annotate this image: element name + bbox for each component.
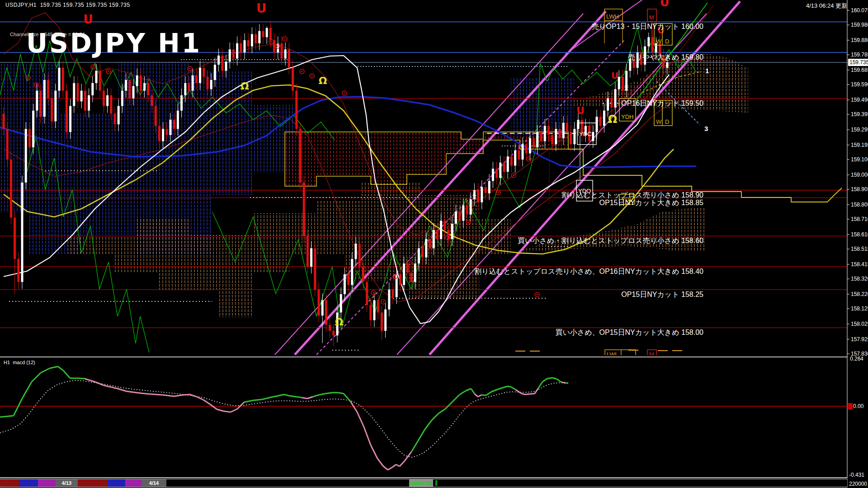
bull-candle [462,206,464,221]
bull-candle [470,199,472,215]
bear-candle [17,259,19,282]
bull-candle [418,248,420,263]
sell-arrow-icon: U [576,105,585,116]
macd-main-line [507,386,511,387]
bull-candle [455,211,457,224]
bear-candle [429,239,431,248]
signal-circle-dot [277,45,278,47]
timeline-segment[interactable] [78,479,108,487]
pivot-cell-label: D [665,38,669,45]
bear-candle [40,91,42,117]
bear-candle [392,290,394,297]
bull-candle [210,80,212,89]
bull-candle [251,34,253,46]
bull-candle [258,31,260,43]
macd-main-line [524,394,530,394]
chart-canvas[interactable]: UUUUUUΩΩΩΩLWHMWDYDHWDYDCYDOYDLLWLM13売りOP… [0,0,868,488]
bear-candle [110,95,112,114]
bull-candle [536,132,538,147]
sell-arrow-icon: U [83,13,93,26]
bull-candle [132,86,135,99]
bull-candle [236,43,238,59]
price-tick-label: 158.125 [851,305,868,312]
macd-main-line [296,397,302,398]
price-tick-label: 159.100 [851,156,868,163]
bear-candle [103,91,105,106]
bull-candle [603,111,605,126]
price-tick-label: 158.610 [851,231,868,238]
bear-candle [485,187,487,193]
bull-candle [214,65,216,80]
bull-candle [488,181,491,193]
bull-candle [73,83,75,106]
bull-candle [88,95,90,111]
macd-min-label: -0.431 [849,472,864,478]
sell-arrow-icon: U [611,70,618,81]
price-tick-label: 160.075 [851,7,868,14]
bear-candle [158,126,160,141]
op-annotation: 売りやや大きめ 159.80 [628,53,703,61]
macd-indicator-label: H1 macd (12) [4,360,35,365]
bear-candle [151,95,153,106]
price-tick-label: 159.000 [851,172,868,178]
bull-candle [647,37,650,46]
bull-candle [143,83,146,91]
timeline-segment[interactable] [166,479,409,487]
price-tick-label: 157.925 [851,336,868,343]
bull-candle [514,150,516,166]
bear-candle [66,91,68,132]
bull-candle [388,290,390,310]
signal-circle-dot [513,174,514,176]
timeline-segment[interactable] [38,479,56,487]
bear-candle [566,123,568,132]
sell-arrow-icon: U [660,0,669,9]
bull-candle [69,106,71,132]
signal-circle-dot [92,66,94,67]
bull-candle [544,126,546,141]
bull-candle [225,61,227,70]
bear-candle [599,117,602,126]
bear-candle [436,230,439,239]
timeline-segment[interactable] [108,479,125,487]
bear-candle [307,236,309,267]
timeline-segment[interactable] [0,479,19,487]
bull-candle [666,62,668,68]
timeline-segment[interactable] [19,479,38,487]
macd-main-line [530,394,535,394]
op-annotation: OP15日NYカット大きめ 158.85 [599,199,704,206]
bull-candle [573,129,576,144]
price-tick-label: 159.685 [851,67,868,73]
signal-circle-dot [467,221,469,223]
bull-candle [384,310,387,331]
bull-candle [32,111,34,147]
price-tick-label: 159.980 [851,22,868,28]
volume-scale-label: 220000 [849,481,867,487]
bull-candle [562,123,565,138]
macd-main-line [253,399,262,400]
bear-candle [262,31,264,38]
bull-candle [177,111,179,129]
bear-candle [518,150,520,160]
bear-candle [221,56,223,71]
bull-candle [54,91,57,122]
signal-circle-dot [108,70,109,72]
timeline-segment[interactable] [125,479,142,487]
bull-candle [451,224,453,239]
bear-candle [525,144,528,153]
pivot-box-label: M [649,14,654,21]
bull-candle [25,129,27,182]
date-label: 4/13 [62,480,71,486]
timeline-segment[interactable] [433,479,847,487]
symbol-ohlc-readout: USDJPY,H1 159.735 159.735 159.735 159.73… [5,2,130,8]
bear-candle [443,221,446,230]
bear-candle [165,129,168,135]
bull-candle [95,71,98,83]
bear-candle [232,49,235,58]
bear-candle [366,282,368,305]
current-price-value: 159.735 [849,59,868,66]
macd-main-line [224,411,231,412]
bear-candle [559,129,561,138]
bull-candle [625,71,627,91]
bear-candle [240,43,242,52]
bull-candle [344,274,346,294]
